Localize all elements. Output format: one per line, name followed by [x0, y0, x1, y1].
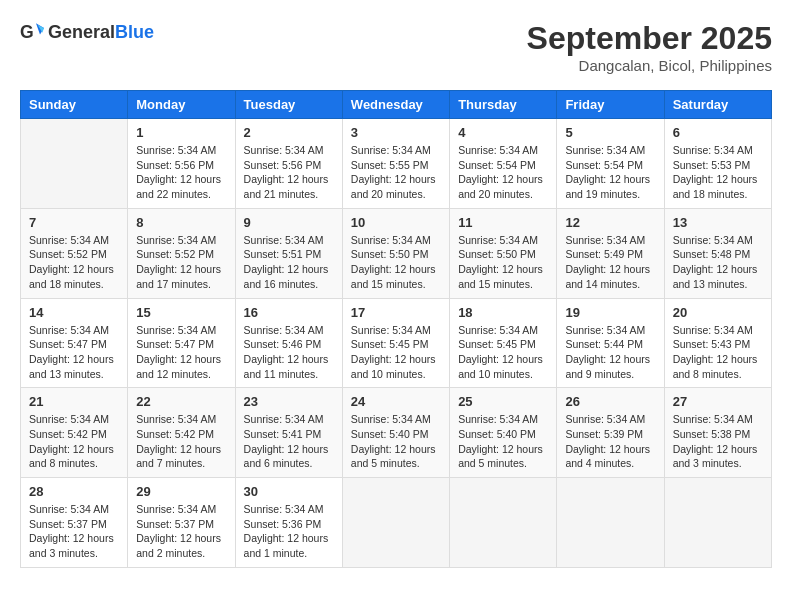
calendar-cell: 12Sunrise: 5:34 AMSunset: 5:49 PMDayligh…: [557, 208, 664, 298]
day-info: Sunrise: 5:34 AMSunset: 5:55 PMDaylight:…: [351, 143, 441, 202]
logo-blue: Blue: [115, 22, 154, 42]
calendar-cell: 2Sunrise: 5:34 AMSunset: 5:56 PMDaylight…: [235, 119, 342, 209]
calendar-cell: 30Sunrise: 5:34 AMSunset: 5:36 PMDayligh…: [235, 478, 342, 568]
day-info: Sunrise: 5:34 AMSunset: 5:37 PMDaylight:…: [136, 502, 226, 561]
day-number: 13: [673, 215, 763, 230]
day-info: Sunrise: 5:34 AMSunset: 5:45 PMDaylight:…: [351, 323, 441, 382]
weekday-header-saturday: Saturday: [664, 91, 771, 119]
calendar-cell: 1Sunrise: 5:34 AMSunset: 5:56 PMDaylight…: [128, 119, 235, 209]
day-info: Sunrise: 5:34 AMSunset: 5:41 PMDaylight:…: [244, 412, 334, 471]
calendar-cell: 21Sunrise: 5:34 AMSunset: 5:42 PMDayligh…: [21, 388, 128, 478]
day-info: Sunrise: 5:34 AMSunset: 5:53 PMDaylight:…: [673, 143, 763, 202]
weekday-header-friday: Friday: [557, 91, 664, 119]
weekday-header-wednesday: Wednesday: [342, 91, 449, 119]
calendar-cell: 25Sunrise: 5:34 AMSunset: 5:40 PMDayligh…: [450, 388, 557, 478]
day-info: Sunrise: 5:34 AMSunset: 5:50 PMDaylight:…: [458, 233, 548, 292]
day-info: Sunrise: 5:34 AMSunset: 5:42 PMDaylight:…: [29, 412, 119, 471]
calendar-cell: 23Sunrise: 5:34 AMSunset: 5:41 PMDayligh…: [235, 388, 342, 478]
day-number: 2: [244, 125, 334, 140]
weekday-header-monday: Monday: [128, 91, 235, 119]
month-title: September 2025: [527, 20, 772, 57]
day-info: Sunrise: 5:34 AMSunset: 5:40 PMDaylight:…: [351, 412, 441, 471]
day-number: 16: [244, 305, 334, 320]
calendar-week-row: 7Sunrise: 5:34 AMSunset: 5:52 PMDaylight…: [21, 208, 772, 298]
day-number: 7: [29, 215, 119, 230]
day-number: 1: [136, 125, 226, 140]
day-number: 10: [351, 215, 441, 230]
day-number: 20: [673, 305, 763, 320]
calendar-cell: 5Sunrise: 5:34 AMSunset: 5:54 PMDaylight…: [557, 119, 664, 209]
day-number: 8: [136, 215, 226, 230]
day-info: Sunrise: 5:34 AMSunset: 5:43 PMDaylight:…: [673, 323, 763, 382]
day-number: 5: [565, 125, 655, 140]
calendar-cell: 8Sunrise: 5:34 AMSunset: 5:52 PMDaylight…: [128, 208, 235, 298]
calendar-week-row: 28Sunrise: 5:34 AMSunset: 5:37 PMDayligh…: [21, 478, 772, 568]
calendar-cell: 15Sunrise: 5:34 AMSunset: 5:47 PMDayligh…: [128, 298, 235, 388]
day-info: Sunrise: 5:34 AMSunset: 5:54 PMDaylight:…: [458, 143, 548, 202]
calendar-cell: 16Sunrise: 5:34 AMSunset: 5:46 PMDayligh…: [235, 298, 342, 388]
day-number: 11: [458, 215, 548, 230]
calendar-cell: [21, 119, 128, 209]
day-number: 4: [458, 125, 548, 140]
calendar-cell: 18Sunrise: 5:34 AMSunset: 5:45 PMDayligh…: [450, 298, 557, 388]
day-number: 24: [351, 394, 441, 409]
day-number: 22: [136, 394, 226, 409]
calendar-cell: 24Sunrise: 5:34 AMSunset: 5:40 PMDayligh…: [342, 388, 449, 478]
calendar-cell: 11Sunrise: 5:34 AMSunset: 5:50 PMDayligh…: [450, 208, 557, 298]
calendar-cell: 4Sunrise: 5:34 AMSunset: 5:54 PMDaylight…: [450, 119, 557, 209]
day-info: Sunrise: 5:34 AMSunset: 5:51 PMDaylight:…: [244, 233, 334, 292]
calendar-cell: 26Sunrise: 5:34 AMSunset: 5:39 PMDayligh…: [557, 388, 664, 478]
day-number: 6: [673, 125, 763, 140]
weekday-header-sunday: Sunday: [21, 91, 128, 119]
day-info: Sunrise: 5:34 AMSunset: 5:56 PMDaylight:…: [136, 143, 226, 202]
day-number: 17: [351, 305, 441, 320]
day-number: 26: [565, 394, 655, 409]
day-info: Sunrise: 5:34 AMSunset: 5:42 PMDaylight:…: [136, 412, 226, 471]
calendar-cell: 7Sunrise: 5:34 AMSunset: 5:52 PMDaylight…: [21, 208, 128, 298]
day-number: 12: [565, 215, 655, 230]
calendar-cell: 14Sunrise: 5:34 AMSunset: 5:47 PMDayligh…: [21, 298, 128, 388]
calendar-week-row: 14Sunrise: 5:34 AMSunset: 5:47 PMDayligh…: [21, 298, 772, 388]
day-number: 25: [458, 394, 548, 409]
day-number: 30: [244, 484, 334, 499]
logo-icon: G: [20, 20, 44, 44]
logo-general: General: [48, 22, 115, 42]
day-info: Sunrise: 5:34 AMSunset: 5:54 PMDaylight:…: [565, 143, 655, 202]
day-info: Sunrise: 5:34 AMSunset: 5:49 PMDaylight:…: [565, 233, 655, 292]
day-number: 29: [136, 484, 226, 499]
calendar-cell: 17Sunrise: 5:34 AMSunset: 5:45 PMDayligh…: [342, 298, 449, 388]
day-number: 27: [673, 394, 763, 409]
day-number: 14: [29, 305, 119, 320]
day-info: Sunrise: 5:34 AMSunset: 5:45 PMDaylight:…: [458, 323, 548, 382]
day-number: 9: [244, 215, 334, 230]
day-info: Sunrise: 5:34 AMSunset: 5:52 PMDaylight:…: [29, 233, 119, 292]
calendar-cell: 19Sunrise: 5:34 AMSunset: 5:44 PMDayligh…: [557, 298, 664, 388]
calendar-cell: 10Sunrise: 5:34 AMSunset: 5:50 PMDayligh…: [342, 208, 449, 298]
day-info: Sunrise: 5:34 AMSunset: 5:36 PMDaylight:…: [244, 502, 334, 561]
day-number: 28: [29, 484, 119, 499]
calendar-header: SundayMondayTuesdayWednesdayThursdayFrid…: [21, 91, 772, 119]
title-section: September 2025 Dangcalan, Bicol, Philipp…: [527, 20, 772, 74]
day-info: Sunrise: 5:34 AMSunset: 5:39 PMDaylight:…: [565, 412, 655, 471]
day-number: 15: [136, 305, 226, 320]
calendar-cell: 29Sunrise: 5:34 AMSunset: 5:37 PMDayligh…: [128, 478, 235, 568]
calendar-cell: 27Sunrise: 5:34 AMSunset: 5:38 PMDayligh…: [664, 388, 771, 478]
calendar-cell: 6Sunrise: 5:34 AMSunset: 5:53 PMDaylight…: [664, 119, 771, 209]
calendar-cell: 20Sunrise: 5:34 AMSunset: 5:43 PMDayligh…: [664, 298, 771, 388]
day-info: Sunrise: 5:34 AMSunset: 5:47 PMDaylight:…: [29, 323, 119, 382]
day-number: 23: [244, 394, 334, 409]
day-number: 19: [565, 305, 655, 320]
calendar-table: SundayMondayTuesdayWednesdayThursdayFrid…: [20, 90, 772, 568]
day-info: Sunrise: 5:34 AMSunset: 5:40 PMDaylight:…: [458, 412, 548, 471]
logo: G GeneralBlue: [20, 20, 154, 44]
location-title: Dangcalan, Bicol, Philippines: [527, 57, 772, 74]
calendar-cell: 28Sunrise: 5:34 AMSunset: 5:37 PMDayligh…: [21, 478, 128, 568]
calendar-cell: 3Sunrise: 5:34 AMSunset: 5:55 PMDaylight…: [342, 119, 449, 209]
calendar-week-row: 1Sunrise: 5:34 AMSunset: 5:56 PMDaylight…: [21, 119, 772, 209]
calendar-cell: 22Sunrise: 5:34 AMSunset: 5:42 PMDayligh…: [128, 388, 235, 478]
weekday-header-tuesday: Tuesday: [235, 91, 342, 119]
day-number: 18: [458, 305, 548, 320]
calendar-cell: [557, 478, 664, 568]
day-info: Sunrise: 5:34 AMSunset: 5:44 PMDaylight:…: [565, 323, 655, 382]
day-info: Sunrise: 5:34 AMSunset: 5:56 PMDaylight:…: [244, 143, 334, 202]
